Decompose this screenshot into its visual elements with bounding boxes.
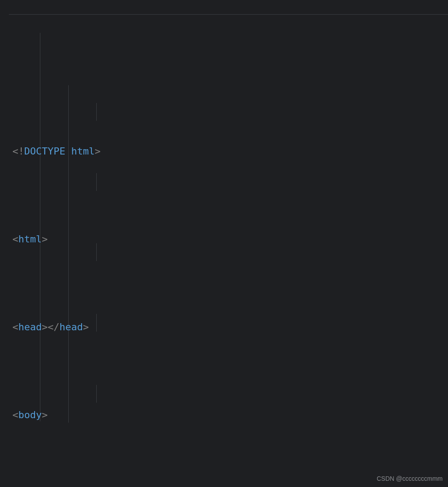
html-keyword: html bbox=[71, 143, 94, 160]
watermark: CSDN @ccccccccmmm bbox=[377, 473, 443, 484]
code-line[interactable]: <html> bbox=[12, 230, 448, 248]
code-line[interactable]: <head></head> bbox=[12, 318, 448, 336]
code-editor[interactable]: <!DOCTYPE html> <html> <head></head> <bo… bbox=[0, 0, 448, 487]
tag-body: body bbox=[18, 406, 42, 424]
bang: ! bbox=[18, 143, 24, 160]
code-line[interactable]: <!DOCTYPE html> bbox=[12, 143, 448, 160]
tag-html: html bbox=[18, 230, 42, 248]
angle-bracket: > bbox=[94, 143, 100, 160]
tag-head-close: head bbox=[59, 318, 83, 336]
angle-bracket: < bbox=[12, 143, 18, 160]
editor-top-rule bbox=[9, 14, 448, 15]
tag-head: head bbox=[18, 318, 42, 336]
code-line[interactable]: <body> bbox=[12, 406, 448, 424]
doctype-keyword: DOCTYPE bbox=[24, 143, 66, 160]
